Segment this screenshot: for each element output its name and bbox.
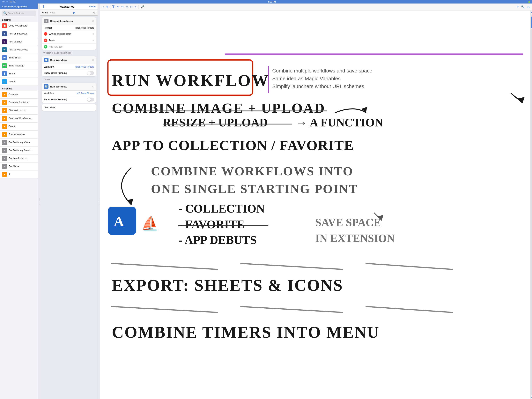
action-share[interactable]: ⬆ Share [0, 70, 38, 78]
remove-team-button[interactable]: − [44, 39, 47, 42]
marker-tool-button[interactable]: ✏ [121, 5, 124, 9]
prompt-key: Prompt [44, 26, 52, 29]
action-send-message[interactable]: 💬 Send Message [0, 62, 38, 70]
action-get-dict-value[interactable]: ⚙ Get Dictionary Value [0, 139, 38, 147]
dot [99, 204, 99, 205]
close-rw2-button[interactable]: ✕ [92, 85, 94, 89]
svg-text:Same idea as Magic Variables: Same idea as Magic Variables [272, 76, 341, 81]
scrollbar-thumb[interactable] [531, 17, 532, 28]
notes-main-area: RUN WORKFLOW Combine multiple workflows … [100, 11, 532, 399]
count-label: Count [9, 125, 15, 128]
workflow-title: MacStories [45, 5, 89, 8]
section-scripting: Scripting [0, 86, 38, 90]
left-header: ‹ Actions Suggested [0, 4, 38, 9]
svg-text:RESIZE + UPLOAD: RESIZE + UPLOAD [163, 116, 268, 129]
pen-tool-button[interactable]: ✒ [116, 5, 119, 9]
handwriting-canvas: RUN WORKFLOW Combine multiple workflows … [100, 11, 531, 399]
share-icon: ⬆ [2, 71, 7, 76]
show-running-toggle-2[interactable] [87, 98, 94, 102]
choose-list-icon: ⊞ [2, 108, 7, 113]
action-calculate-stats[interactable]: ⊞ Calculate Statistics [0, 99, 38, 107]
dot [39, 203, 39, 203]
show-running-row-1: Show While Running [42, 70, 96, 76]
copy-clipboard-label: Copy to Clipboard [9, 24, 27, 27]
share-button[interactable]: ⬆ [42, 5, 45, 8]
eraser-tool-button[interactable]: ◇ [126, 5, 128, 9]
remove-item-button[interactable]: − [44, 32, 47, 36]
drag-handle-team[interactable]: ≡ [93, 39, 94, 42]
workflow-key-1: Workflow [44, 65, 54, 68]
settings-button[interactable]: ⚙ [93, 11, 96, 14]
show-running-toggle-1[interactable] [87, 71, 94, 75]
lasso-tool-button[interactable]: ○ [134, 5, 137, 9]
notes-back-button[interactable]: ‹ [102, 5, 104, 9]
action-tweet[interactable]: 🐦 Tweet [0, 78, 38, 86]
mic-button[interactable]: 🎤 [140, 5, 144, 9]
svg-text:IN EXTENSION: IN EXTENSION [315, 232, 395, 244]
close-rw1-button[interactable]: ✕ [92, 58, 94, 62]
svg-text:APP TO COLLECTION / FAVORITE: APP TO COLLECTION / FAVORITE [112, 138, 354, 153]
drag-handle[interactable]: ≡ [93, 32, 94, 35]
status-bar: ●●○○○ TIM 4G 4:15 PM 🔋 [0, 0, 532, 4]
redo-button[interactable]: Redo [50, 11, 56, 14]
action-post-wordpress[interactable]: W Post to WordPress [0, 46, 38, 54]
search-input[interactable] [8, 12, 35, 15]
list-item-writing[interactable]: − Writing and Research ≡ [42, 31, 96, 37]
scrollbar-track[interactable] [531, 15, 532, 395]
add-item-button[interactable]: + [44, 45, 47, 49]
right-scrollbar[interactable]: ▲ ▼ [531, 11, 532, 399]
choose-menu-card-icon: ⚙ [44, 19, 49, 23]
action-continue-workflow[interactable]: ⊞ Continue Workflow in... [0, 115, 38, 122]
send-email-icon: ✉ [2, 55, 7, 60]
middle-header: ⬆ MacStories Done [40, 4, 98, 10]
back-button[interactable]: ‹ [2, 5, 3, 8]
action-get-dict-input[interactable]: ⚙ Get Dictionary from In... [0, 147, 38, 154]
workflow-row-2: Workflow MS Team Timers [42, 90, 96, 96]
svg-text:- APP DEBUTS: - APP DEBUTS [178, 233, 257, 246]
notes-content[interactable]: RUN WORKFLOW Combine multiple workflows … [100, 11, 531, 399]
svg-line-29 [241, 264, 342, 269]
action-post-slack[interactable]: S Post to Slack [0, 38, 38, 46]
workflow-val-2[interactable]: MS Team Timers [76, 92, 94, 95]
action-get-item-list[interactable]: ⚙ Get Item from List [0, 154, 38, 162]
add-item-row[interactable]: + Add new item [42, 44, 96, 50]
svg-text:COMBINE TIMERS INTO MENU: COMBINE TIMERS INTO MENU [112, 323, 380, 341]
workflow-val-1[interactable]: MacStories Timers [75, 65, 94, 68]
scissors-tool-button[interactable]: ✂ [130, 5, 133, 9]
section-label-team: Team [42, 77, 96, 81]
dot [99, 198, 99, 199]
action-get-name[interactable]: ⚙ Get Name [0, 162, 38, 170]
dot [39, 200, 39, 201]
action-if[interactable]: ⊞ If [0, 170, 38, 179]
toolbar-divider-2 [138, 5, 139, 9]
left-panel: ‹ Actions Suggested 🔍 Sharing 📋 Copy to … [0, 4, 38, 399]
text-tool-button[interactable]: T [112, 5, 114, 9]
list-item-left-team: − Team [44, 39, 55, 42]
play-button[interactable]: ▶ [73, 11, 75, 14]
action-calculate[interactable]: ⊞ Calculate [0, 90, 38, 99]
notes-toolbar: ‹ ⬆ T ✒ ✏ ◇ ✂ ○ 🎤 + 🔧 ▭ [100, 4, 532, 11]
action-post-facebook[interactable]: f Post on Facebook [0, 30, 38, 38]
tablet-button[interactable]: ▭ [527, 5, 530, 9]
wrench-button[interactable]: 🔧 [521, 5, 525, 9]
notes-share-button[interactable]: ⬆ [106, 5, 108, 9]
action-choose-list[interactable]: ⊞ Choose from List [0, 107, 38, 115]
action-copy-clipboard[interactable]: 📋 Copy to Clipboard [0, 22, 38, 30]
search-bar[interactable]: 🔍 [1, 11, 36, 16]
dot [39, 204, 39, 205]
done-button[interactable]: Done [89, 5, 96, 8]
close-menu-card-button[interactable]: ✕ [92, 19, 94, 23]
undo-button[interactable]: Undo [42, 11, 48, 14]
list-item-team[interactable]: − Team ≡ [42, 37, 96, 44]
right-panel: ‹ ⬆ T ✒ ✏ ◇ ✂ ○ 🎤 + 🔧 ▭ [100, 4, 532, 399]
send-email-label: Send Email [9, 56, 20, 59]
add-button[interactable]: + [517, 5, 519, 9]
toolbar-divider [110, 5, 110, 9]
status-left: ●●○○○ TIM 4G [1, 0, 16, 3]
show-running-key-1: Show While Running [44, 72, 67, 74]
workflow-toolbar: Undo Redo ▶ ⚙ [40, 10, 98, 16]
action-count[interactable]: ⊞ Count [0, 122, 38, 130]
action-format-number[interactable]: ⊞ Format Number [0, 130, 38, 139]
action-send-email[interactable]: ✉ Send Email [0, 54, 38, 62]
show-running-row-2: Show While Running [42, 96, 96, 103]
